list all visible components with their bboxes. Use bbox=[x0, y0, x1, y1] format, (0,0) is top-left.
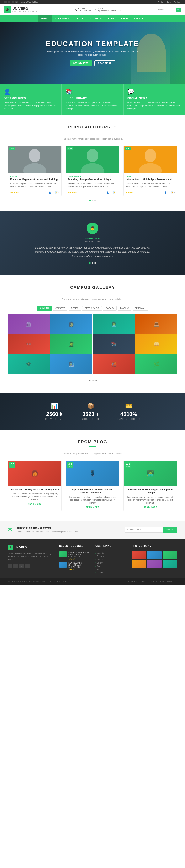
svg-point-1 bbox=[29, 149, 40, 162]
course-title-0: French for Beginners to Advanced Trainin… bbox=[10, 178, 59, 181]
nav-item-events[interactable]: EVENTS bbox=[131, 15, 147, 22]
gallery-divider bbox=[89, 292, 96, 292]
course-img-2: $ 25 bbox=[124, 146, 177, 173]
nav-item-shop[interactable]: SHOP bbox=[118, 15, 131, 22]
course-desc-1: Vivamus volutpat mi pulvinar velit laore… bbox=[68, 182, 117, 188]
filter-personal[interactable]: PERSONAL bbox=[132, 306, 148, 311]
course-person-2 bbox=[124, 146, 177, 173]
search-input[interactable] bbox=[156, 8, 176, 11]
footer-link-3[interactable]: Gallery bbox=[95, 561, 126, 564]
footer-course-info-0: 5 WAYS TO HELP YOU FIND YOUR PERFECT OCC… bbox=[68, 552, 90, 560]
filter-landing[interactable]: LANDING bbox=[118, 306, 131, 311]
gallery-item-0[interactable]: 🏛️ bbox=[8, 314, 50, 334]
gallery-item-1[interactable]: 👩 bbox=[50, 314, 92, 334]
dot-1[interactable] bbox=[92, 200, 93, 202]
footer-photo-4[interactable] bbox=[147, 560, 162, 568]
course-meta-lessons-0: 📝 5 bbox=[55, 191, 59, 193]
testimonial-dot-2[interactable] bbox=[94, 262, 96, 264]
gplus-icon[interactable]: g bbox=[11, 1, 14, 3]
newsletter-submit-button[interactable]: SUBMIT bbox=[163, 527, 177, 533]
phone-contact: 📞 PHONE: 1-800-123-456 bbox=[75, 7, 91, 12]
gallery-item-10[interactable]: 🧑‍🤝‍🧑 bbox=[93, 354, 135, 374]
filter-development[interactable]: DEVELOPMENT bbox=[82, 306, 102, 311]
blog-read-more-2[interactable]: READ MORE bbox=[144, 506, 157, 508]
blog-read-more-1[interactable]: READ MORE bbox=[86, 506, 99, 508]
filter-design[interactable]: DESIGN bbox=[69, 306, 81, 311]
course-person-1 bbox=[66, 146, 119, 173]
huge-library-title: HUGE LIBRARY bbox=[65, 97, 119, 99]
header-search[interactable]: 🔍 bbox=[156, 8, 181, 12]
newsletter-icon: ✉ bbox=[8, 526, 12, 533]
language-selector[interactable]: English ▾ bbox=[158, 1, 165, 3]
newsletter-email-input[interactable] bbox=[125, 527, 163, 533]
footer-course-name-1: LEARN ARABIC SCIENCE AND KNOWLEDGE bbox=[68, 562, 90, 568]
footer-about-text: Lorem ipsum dolor sit amet, consectetur … bbox=[8, 552, 53, 561]
footer-photo-2[interactable] bbox=[163, 552, 177, 559]
logo[interactable]: 🎓 UNIVËRO EDU WORDPRESS THEME bbox=[4, 6, 39, 13]
facebook-icon[interactable]: f bbox=[4, 1, 6, 3]
gallery-item-7[interactable]: 📖 bbox=[135, 335, 177, 354]
blog-post-title-2: Introduction to Mobile Apps Development … bbox=[126, 488, 175, 495]
gallery-item-11[interactable]: 🌿 bbox=[135, 354, 177, 374]
course-card-1: Free ERIC MORLAN Branding like a profess… bbox=[65, 146, 120, 196]
gallery-item-9[interactable]: 👩‍🔬 bbox=[50, 354, 92, 374]
testimonial-dot-0[interactable] bbox=[89, 262, 91, 264]
gallery-item-6[interactable]: 📚 bbox=[93, 335, 135, 354]
stat-icon-0: 📊 bbox=[44, 402, 65, 409]
nav-item-pages[interactable]: PAGES bbox=[72, 15, 87, 22]
testimonial-dot-1[interactable] bbox=[92, 262, 93, 264]
footer-link-0[interactable]: About Us bbox=[95, 552, 126, 555]
footer-link-5[interactable]: Shop bbox=[95, 568, 126, 571]
footer-bottom-link-4[interactable]: CONTACT US bbox=[166, 581, 177, 583]
filter-fantasy[interactable]: FANTASY bbox=[103, 306, 117, 311]
footer-link-4[interactable]: Blog bbox=[95, 564, 126, 568]
course-badge-0: $ 20 bbox=[9, 148, 15, 150]
footer-link-1[interactable]: Courses bbox=[95, 555, 126, 558]
gallery-item-2[interactable]: 👩‍💼 bbox=[93, 314, 135, 334]
dot-0[interactable] bbox=[89, 200, 91, 202]
newsletter-text: SUBSCRIBE NEWSLETTER Sed diam nonummy ni… bbox=[17, 527, 121, 533]
register-link[interactable]: Register bbox=[174, 1, 181, 3]
footer-photo-3[interactable] bbox=[132, 560, 146, 568]
twitter-icon[interactable]: t bbox=[8, 1, 10, 3]
footer-bottom-link-0[interactable]: ABOUT US bbox=[128, 581, 136, 583]
gallery-item-8[interactable]: 🎓 bbox=[8, 354, 50, 374]
dot-2[interactable] bbox=[94, 200, 96, 202]
get-started-button[interactable]: GET STARTED bbox=[70, 60, 92, 66]
footer-photo-1[interactable] bbox=[147, 552, 162, 559]
footer-photo-0[interactable] bbox=[132, 552, 146, 559]
read-more-button[interactable]: READ MORE bbox=[94, 60, 115, 66]
footer-linkedin-icon[interactable]: in bbox=[25, 564, 30, 568]
search-button[interactable]: 🔍 bbox=[176, 8, 181, 11]
gallery-item-4[interactable]: 👓 bbox=[8, 335, 50, 354]
best-courses-icon: 👤 bbox=[4, 88, 58, 95]
footer-link-2[interactable]: Events bbox=[95, 558, 126, 561]
gallery-item-5[interactable]: 👩‍🎓 bbox=[50, 335, 92, 354]
footer-facebook-icon[interactable]: f bbox=[8, 564, 12, 568]
filter-creative[interactable]: CREATIVE bbox=[53, 306, 67, 311]
testimonial-prev[interactable]: ‹ bbox=[8, 241, 9, 245]
footer-twitter-icon[interactable]: t bbox=[13, 564, 18, 568]
footer-photo-5[interactable] bbox=[163, 560, 177, 568]
hero-person-circle bbox=[137, 34, 166, 72]
login-link[interactable]: Login bbox=[167, 1, 172, 3]
footer-gplus-icon[interactable]: g+ bbox=[19, 564, 24, 568]
blog-read-more-0[interactable]: READ MORE bbox=[28, 503, 41, 505]
newsletter-subtitle: Sed diam nonummy nibheuismod tincidunt a… bbox=[17, 531, 121, 533]
nav-item-courses[interactable]: COURSES bbox=[87, 15, 105, 22]
load-more-button[interactable]: LOAD MORE bbox=[82, 378, 103, 383]
footer-link-6[interactable]: Contact Us bbox=[95, 571, 126, 575]
footer-bottom-link-2[interactable]: EVENTS bbox=[150, 581, 157, 583]
gallery-item-3[interactable]: 💻 bbox=[135, 314, 177, 334]
nav-item-blog[interactable]: BLOG bbox=[105, 15, 118, 22]
main-nav: HOME MECHANISM PAGES COURSES BLOG SHOP E… bbox=[0, 15, 185, 22]
course-category-0: ADMIN bbox=[10, 175, 59, 177]
nav-item-mechanism[interactable]: MECHANISM bbox=[52, 15, 73, 22]
linkedin-icon[interactable]: in bbox=[16, 1, 18, 3]
filter-show-all[interactable]: SHOW ALL bbox=[37, 306, 52, 311]
testimonial-next[interactable]: › bbox=[176, 241, 177, 245]
footer-bottom-link-1[interactable]: COURSES bbox=[139, 581, 148, 583]
testimonial-avatar: 👩 bbox=[87, 223, 98, 234]
nav-item-home[interactable]: HOME bbox=[38, 15, 52, 22]
footer-bottom-link-3[interactable]: BLOG bbox=[159, 581, 164, 583]
